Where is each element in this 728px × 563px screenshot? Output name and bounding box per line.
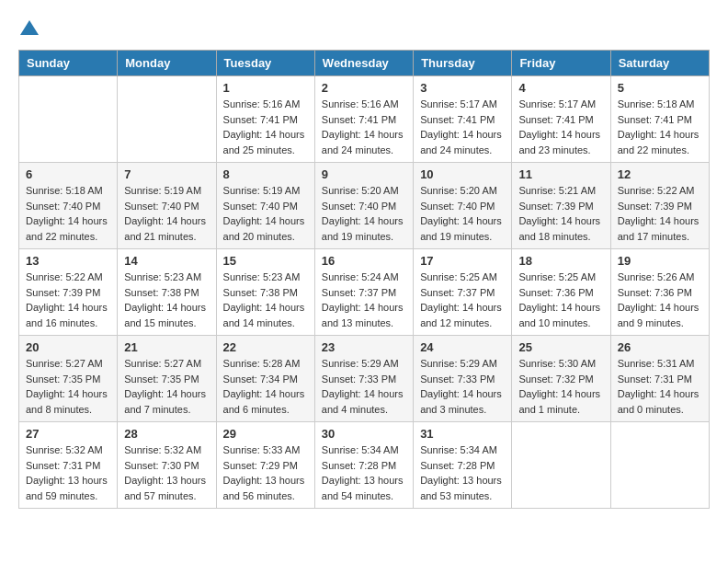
calendar-day-cell: 16Sunrise: 5:24 AM Sunset: 7:37 PM Dayli… [314, 249, 413, 336]
day-info: Sunrise: 5:29 AM Sunset: 7:33 PM Dayligh… [322, 356, 406, 417]
day-info: Sunrise: 5:17 AM Sunset: 7:41 PM Dayligh… [420, 97, 505, 157]
calendar-day-cell: 8Sunrise: 5:19 AM Sunset: 7:40 PM Daylig… [216, 163, 314, 249]
day-info: Sunrise: 5:16 AM Sunset: 7:41 PM Dayligh… [322, 97, 406, 157]
day-number: 27 [26, 427, 110, 441]
day-number: 12 [618, 167, 702, 181]
day-info: Sunrise: 5:18 AM Sunset: 7:41 PM Dayligh… [618, 97, 702, 157]
day-info: Sunrise: 5:32 AM Sunset: 7:31 PM Dayligh… [26, 442, 110, 503]
day-info: Sunrise: 5:30 AM Sunset: 7:32 PM Dayligh… [518, 356, 603, 417]
calendar-day-cell: 5Sunrise: 5:18 AM Sunset: 7:41 PM Daylig… [610, 76, 709, 163]
day-info: Sunrise: 5:29 AM Sunset: 7:33 PM Dayligh… [420, 356, 505, 417]
calendar-day-cell: 15Sunrise: 5:23 AM Sunset: 7:38 PM Dayli… [216, 249, 314, 336]
day-number: 15 [223, 254, 308, 268]
day-number: 26 [618, 340, 702, 354]
day-number: 30 [322, 427, 406, 441]
day-number: 2 [322, 81, 406, 95]
day-number: 19 [618, 254, 702, 268]
day-number: 21 [124, 340, 209, 354]
calendar-table: SundayMondayTuesdayWednesdayThursdayFrid… [18, 50, 710, 509]
day-info: Sunrise: 5:17 AM Sunset: 7:41 PM Dayligh… [518, 97, 603, 157]
day-number: 11 [518, 167, 603, 181]
calendar-day-cell: 7Sunrise: 5:19 AM Sunset: 7:40 PM Daylig… [118, 163, 216, 249]
calendar-day-cell: 30Sunrise: 5:34 AM Sunset: 7:28 PM Dayli… [314, 422, 413, 509]
calendar-week-row: 6Sunrise: 5:18 AM Sunset: 7:40 PM Daylig… [19, 163, 710, 249]
day-number: 5 [618, 81, 702, 95]
logo [18, 18, 44, 40]
day-info: Sunrise: 5:34 AM Sunset: 7:28 PM Dayligh… [322, 442, 406, 503]
day-info: Sunrise: 5:25 AM Sunset: 7:37 PM Dayligh… [420, 270, 505, 330]
day-number: 31 [420, 427, 505, 441]
day-number: 25 [518, 340, 603, 354]
calendar-day-cell: 3Sunrise: 5:17 AM Sunset: 7:41 PM Daylig… [414, 76, 512, 163]
day-number: 9 [322, 167, 406, 181]
calendar-day-cell [512, 422, 610, 509]
day-number: 13 [26, 254, 110, 268]
calendar-day-cell: 17Sunrise: 5:25 AM Sunset: 7:37 PM Dayli… [414, 249, 512, 336]
day-info: Sunrise: 5:21 AM Sunset: 7:39 PM Dayligh… [518, 183, 603, 244]
calendar-day-cell: 24Sunrise: 5:29 AM Sunset: 7:33 PM Dayli… [414, 336, 512, 422]
day-info: Sunrise: 5:26 AM Sunset: 7:36 PM Dayligh… [618, 270, 702, 330]
day-of-week-header: Tuesday [216, 51, 314, 76]
calendar-day-cell: 27Sunrise: 5:32 AM Sunset: 7:31 PM Dayli… [19, 422, 118, 509]
day-number: 8 [223, 167, 308, 181]
day-number: 18 [518, 254, 603, 268]
day-of-week-header: Thursday [414, 51, 512, 76]
day-number: 16 [322, 254, 406, 268]
calendar-day-cell: 2Sunrise: 5:16 AM Sunset: 7:41 PM Daylig… [314, 76, 413, 163]
day-info: Sunrise: 5:18 AM Sunset: 7:40 PM Dayligh… [26, 183, 110, 244]
day-info: Sunrise: 5:27 AM Sunset: 7:35 PM Dayligh… [124, 356, 209, 417]
day-info: Sunrise: 5:20 AM Sunset: 7:40 PM Dayligh… [322, 183, 406, 244]
day-number: 6 [26, 167, 110, 181]
calendar-day-cell: 23Sunrise: 5:29 AM Sunset: 7:33 PM Dayli… [314, 336, 413, 422]
day-of-week-header: Saturday [610, 51, 709, 76]
day-info: Sunrise: 5:34 AM Sunset: 7:28 PM Dayligh… [420, 442, 505, 503]
calendar-day-cell: 22Sunrise: 5:28 AM Sunset: 7:34 PM Dayli… [216, 336, 314, 422]
day-info: Sunrise: 5:25 AM Sunset: 7:36 PM Dayligh… [518, 270, 603, 330]
calendar-day-cell: 19Sunrise: 5:26 AM Sunset: 7:36 PM Dayli… [610, 249, 709, 336]
day-info: Sunrise: 5:22 AM Sunset: 7:39 PM Dayligh… [26, 270, 110, 330]
calendar-day-cell: 25Sunrise: 5:30 AM Sunset: 7:32 PM Dayli… [512, 336, 610, 422]
calendar-day-cell: 29Sunrise: 5:33 AM Sunset: 7:29 PM Dayli… [216, 422, 314, 509]
day-info: Sunrise: 5:19 AM Sunset: 7:40 PM Dayligh… [124, 183, 209, 244]
calendar-day-cell: 9Sunrise: 5:20 AM Sunset: 7:40 PM Daylig… [314, 163, 413, 249]
calendar-week-row: 1Sunrise: 5:16 AM Sunset: 7:41 PM Daylig… [19, 76, 710, 163]
day-of-week-header: Monday [118, 51, 216, 76]
day-info: Sunrise: 5:31 AM Sunset: 7:31 PM Dayligh… [618, 356, 702, 417]
calendar-week-row: 27Sunrise: 5:32 AM Sunset: 7:31 PM Dayli… [19, 422, 710, 509]
day-number: 20 [26, 340, 110, 354]
day-info: Sunrise: 5:33 AM Sunset: 7:29 PM Dayligh… [223, 442, 308, 503]
day-info: Sunrise: 5:27 AM Sunset: 7:35 PM Dayligh… [26, 356, 110, 417]
day-number: 24 [420, 340, 505, 354]
day-number: 28 [124, 427, 209, 441]
day-info: Sunrise: 5:32 AM Sunset: 7:30 PM Dayligh… [124, 442, 209, 503]
calendar-day-cell: 26Sunrise: 5:31 AM Sunset: 7:31 PM Dayli… [610, 336, 709, 422]
calendar-day-cell: 12Sunrise: 5:22 AM Sunset: 7:39 PM Dayli… [610, 163, 709, 249]
svg-marker-0 [20, 20, 39, 35]
day-info: Sunrise: 5:24 AM Sunset: 7:37 PM Dayligh… [322, 270, 406, 330]
day-of-week-header: Friday [512, 51, 610, 76]
day-number: 10 [420, 167, 505, 181]
calendar-day-cell: 18Sunrise: 5:25 AM Sunset: 7:36 PM Dayli… [512, 249, 610, 336]
calendar-day-cell: 6Sunrise: 5:18 AM Sunset: 7:40 PM Daylig… [19, 163, 118, 249]
calendar-week-row: 20Sunrise: 5:27 AM Sunset: 7:35 PM Dayli… [19, 336, 710, 422]
calendar-day-cell: 28Sunrise: 5:32 AM Sunset: 7:30 PM Dayli… [118, 422, 216, 509]
calendar-day-cell: 20Sunrise: 5:27 AM Sunset: 7:35 PM Dayli… [19, 336, 118, 422]
calendar-week-row: 13Sunrise: 5:22 AM Sunset: 7:39 PM Dayli… [19, 249, 710, 336]
calendar-day-cell: 14Sunrise: 5:23 AM Sunset: 7:38 PM Dayli… [118, 249, 216, 336]
calendar-day-cell [610, 422, 709, 509]
day-number: 3 [420, 81, 505, 95]
day-info: Sunrise: 5:20 AM Sunset: 7:40 PM Dayligh… [420, 183, 505, 244]
calendar-day-cell: 1Sunrise: 5:16 AM Sunset: 7:41 PM Daylig… [216, 76, 314, 163]
day-info: Sunrise: 5:23 AM Sunset: 7:38 PM Dayligh… [124, 270, 209, 330]
day-info: Sunrise: 5:16 AM Sunset: 7:41 PM Dayligh… [223, 97, 308, 157]
day-info: Sunrise: 5:19 AM Sunset: 7:40 PM Dayligh… [223, 183, 308, 244]
day-number: 4 [518, 81, 603, 95]
day-number: 7 [124, 167, 209, 181]
calendar-day-cell: 10Sunrise: 5:20 AM Sunset: 7:40 PM Dayli… [414, 163, 512, 249]
day-number: 17 [420, 254, 505, 268]
day-number: 22 [223, 340, 308, 354]
logo-icon [18, 18, 40, 40]
calendar-day-cell: 31Sunrise: 5:34 AM Sunset: 7:28 PM Dayli… [414, 422, 512, 509]
day-info: Sunrise: 5:28 AM Sunset: 7:34 PM Dayligh… [223, 356, 308, 417]
day-number: 14 [124, 254, 209, 268]
